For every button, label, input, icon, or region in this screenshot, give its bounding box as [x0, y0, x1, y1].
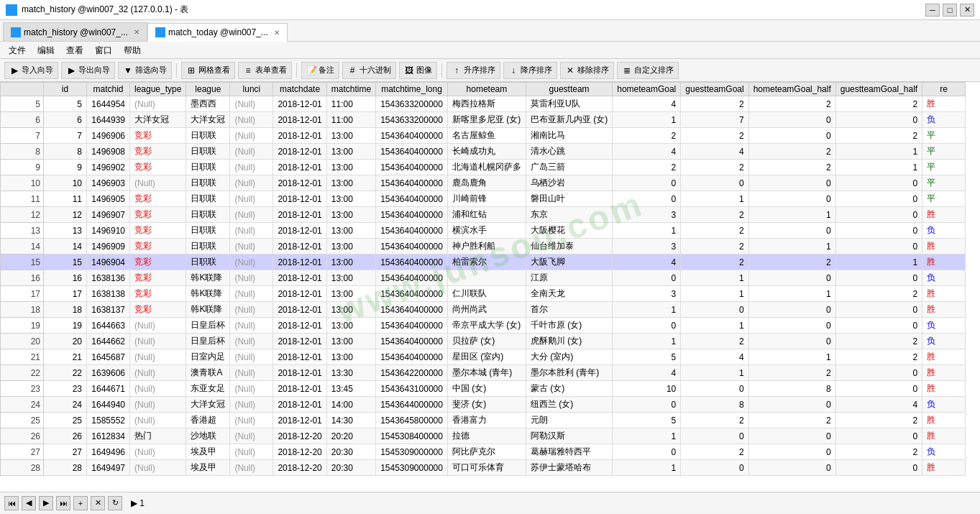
nav-refresh-button[interactable]: ↻	[108, 496, 122, 510]
menu-view[interactable]: 查看	[60, 43, 89, 57]
table-row[interactable]: 881496908竞彩日职联(Null)2018-12-0113:0015436…	[1, 144, 966, 160]
table-row[interactable]: 20201644662(Null)日皇后杯(Null)2018-12-0113:…	[1, 334, 966, 349]
table-row[interactable]: 21211645687(Null)日室内足(Null)2018-12-0113:…	[1, 349, 966, 365]
remove-sort-button[interactable]: ✕ 移除排序	[560, 62, 614, 79]
export-wizard-button[interactable]: ▶ 导出向导	[61, 62, 115, 79]
note-button[interactable]: 📝 备注	[301, 62, 339, 79]
filter-wizard-button[interactable]: ▼ 筛选向导	[118, 62, 172, 79]
menu-window[interactable]: 窗口	[89, 43, 118, 57]
cell-lunci: (Null)	[230, 365, 273, 381]
tab-match-today[interactable]: match_today @win007_... ✕	[147, 23, 288, 42]
table-row[interactable]: 17171638138竞彩韩K联降(Null)2018-12-0113:0015…	[1, 286, 966, 302]
tab-close-1[interactable]: ✕	[134, 28, 139, 36]
grid-view-button[interactable]: ⊞ 网格查看	[181, 62, 235, 79]
table-row[interactable]: 23231644671(Null)东亚女足(Null)2018-12-0113:…	[1, 381, 966, 397]
col-header-league-type[interactable]: league_type	[130, 83, 186, 96]
col-header-matchid[interactable]: matchid	[87, 83, 130, 96]
col-header-rownum[interactable]	[1, 83, 44, 96]
col-header-guestteam[interactable]: guestteam	[526, 83, 612, 96]
sort-asc-label: 升序排序	[464, 65, 495, 75]
col-header-matchdate[interactable]: matchdate	[273, 83, 326, 96]
table-row[interactable]: 16161638136竞彩韩K联降(Null)2018-12-0113:0015…	[1, 270, 966, 286]
table-row[interactable]: 18181638137竞彩韩K联降(Null)2018-12-0113:0015…	[1, 302, 966, 318]
col-header-hometeamgoal[interactable]: hometeamGoal	[613, 83, 681, 96]
cell-hometeamgoal-half: 1	[748, 349, 835, 365]
col-header-league[interactable]: league	[186, 83, 230, 96]
hex-button[interactable]: # 十六进制	[342, 62, 396, 79]
cell-hometeam: 柏雷索尔	[447, 254, 526, 270]
cell-league-type: (Null)	[130, 349, 186, 365]
table-row[interactable]: 13131496910竞彩日职联(Null)2018-12-0113:00154…	[1, 223, 966, 239]
table-row[interactable]: 15151496904竞彩日职联(Null)2018-12-0113:00154…	[1, 254, 966, 270]
table-row[interactable]: 25251585552(Null)香港超(Null)2018-12-0114:3…	[1, 413, 966, 428]
export-label: 导出向导	[78, 65, 110, 75]
menu-file[interactable]: 文件	[3, 43, 32, 57]
cell-guestteamgoal: 1	[681, 286, 748, 302]
col-header-guestteamgoal[interactable]: guestteamGoal	[681, 83, 748, 96]
cell-league-type: (Null)	[130, 444, 186, 460]
cell-guestteamgoal: 2	[681, 413, 748, 428]
nav-delete-button[interactable]: ✕	[91, 496, 105, 510]
table-row[interactable]: 24241644940(Null)大洋女冠(Null)2018-12-0114:…	[1, 397, 966, 413]
col-header-hometeamgoal-half[interactable]: hometeamGoal_half	[748, 83, 835, 96]
minimize-button[interactable]: ─	[925, 4, 940, 17]
sort-asc-button[interactable]: ↑ 升序排序	[447, 62, 500, 79]
col-header-id[interactable]: id	[44, 83, 87, 96]
cell-league: 日职联	[186, 175, 230, 191]
cell-matchtime: 13:00	[326, 207, 375, 223]
tab-close-2[interactable]: ✕	[274, 29, 280, 37]
cell-league: 墨西西	[186, 96, 230, 112]
close-button[interactable]: ✕	[960, 4, 974, 17]
table-row[interactable]: 12121496907竞彩日职联(Null)2018-12-0113:00154…	[1, 207, 966, 223]
cell-matchid: 1638136	[87, 270, 130, 286]
nav-next-button[interactable]: ▶	[39, 496, 53, 510]
image-button[interactable]: 🖼 图像	[399, 62, 437, 79]
row-number: 16	[1, 270, 44, 286]
table-row[interactable]: 11111496905竞彩日职联(Null)2018-12-0113:00154…	[1, 191, 966, 207]
table-row[interactable]: 22221639606(Null)澳青联A(Null)2018-12-0113:…	[1, 365, 966, 381]
maximize-button[interactable]: □	[943, 4, 957, 17]
table-row[interactable]: 28281649497(Null)埃及甲(Null)2018-12-2020:3…	[1, 460, 966, 476]
col-header-lunci[interactable]: lunci	[230, 83, 273, 96]
cell-matchid: 1644662	[87, 334, 130, 349]
custom-sort-button[interactable]: ≣ 自定义排序	[617, 62, 679, 79]
tab-match-history[interactable]: match_history @win007_... ✕	[3, 22, 147, 41]
cell-hometeamgoal: 1	[613, 302, 681, 318]
col-header-matchtime[interactable]: matchtime	[326, 83, 375, 96]
nav-add-button[interactable]: +	[73, 496, 88, 510]
cell-result: 平	[922, 144, 966, 160]
row-number: 13	[1, 223, 44, 239]
cell-result: 胜	[922, 460, 966, 476]
table-row[interactable]: 26261612834热门沙地联(Null)2018-12-2020:20154…	[1, 428, 966, 444]
col-header-re[interactable]: re	[922, 83, 966, 96]
col-header-matchtime-long[interactable]: matchtime_long	[376, 83, 448, 96]
cell-result: 平	[922, 160, 966, 175]
table-row[interactable]: 19191644663(Null)日皇后杯(Null)2018-12-0113:…	[1, 318, 966, 334]
cell-id: 28	[44, 460, 87, 476]
table-row[interactable]: 661644939大洋女冠大洋女冠(Null)2018-12-0111:0015…	[1, 112, 966, 128]
table-row[interactable]: 771496906竞彩日职联(Null)2018-12-0113:0015436…	[1, 128, 966, 144]
table-row[interactable]: 991496902竞彩日职联(Null)2018-12-0113:0015436…	[1, 160, 966, 175]
nav-first-button[interactable]: ⏮	[4, 496, 19, 510]
nav-last-button[interactable]: ⏭	[56, 496, 70, 510]
cell-guestteamgoal-half: 0	[835, 381, 922, 397]
sort-desc-button[interactable]: ↓ 降序排序	[503, 62, 557, 79]
nav-prev-button[interactable]: ◀	[22, 496, 36, 510]
table-row[interactable]: 14141496909竞彩日职联(Null)2018-12-0113:00154…	[1, 239, 966, 254]
col-header-hometeam[interactable]: hometeam	[447, 83, 526, 96]
cell-matchtime-long: 1543633200000	[376, 96, 448, 112]
cell-guestteam: 墨尔本胜利 (青年)	[526, 365, 612, 381]
menu-edit[interactable]: 编辑	[32, 43, 60, 57]
table-row[interactable]: 551644954(Null)墨西西(Null)2018-12-0111:001…	[1, 96, 966, 112]
table-row[interactable]: 27271649496(Null)埃及甲(Null)2018-12-2020:3…	[1, 444, 966, 460]
table-container[interactable]: id matchid league_type league lunci matc…	[0, 82, 980, 492]
filter-icon: ▼	[123, 65, 133, 75]
table-row[interactable]: 10101496903(Null)日职联(Null)2018-12-0113:0…	[1, 175, 966, 191]
col-header-guestteamgoal-half[interactable]: guestteamGoal_half	[835, 83, 922, 96]
row-number: 7	[1, 128, 44, 144]
import-wizard-button[interactable]: ▶ 导入向导	[4, 62, 58, 79]
cell-result: 平	[922, 191, 966, 207]
menu-help[interactable]: 帮助	[118, 43, 147, 57]
form-view-button[interactable]: ≡ 表单查看	[238, 62, 292, 79]
cell-matchid: 1644671	[87, 381, 130, 397]
